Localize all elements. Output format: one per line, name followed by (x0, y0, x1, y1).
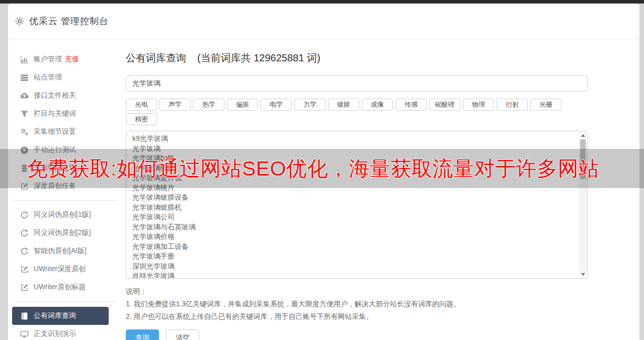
result-item[interactable]: 光学玻璃镀膜机 (132, 203, 587, 213)
sidebar-item-label: 栏目与关键词 (34, 109, 76, 118)
sidebar-item-label: 公有词库查询 (34, 311, 76, 320)
dictionary-count: (当前词库共 129625881 词) (197, 51, 320, 65)
app-header: 优采云 管理控制台 (8, 4, 639, 39)
cloud-upload-icon (20, 92, 29, 100)
result-item[interactable]: 光学玻璃镀膜设备 (132, 193, 587, 203)
sidebar-item-label: 同义词伪原创[1版] (34, 210, 91, 219)
sidebar-item-label: 采集细节设置 (34, 127, 76, 136)
suggested-tags: 光电声学热学偏振电学力学镀膜成像传感铌酸锂物理衍射光栅精密 (126, 99, 569, 125)
filter-tag-button[interactable]: 镀膜 (328, 99, 359, 111)
refresh-icon (20, 247, 29, 256)
sidebar-item-label: UWriter原创标题 (34, 283, 86, 292)
sidebar-item-label: 同义词伪原创[2版] (34, 228, 91, 237)
ad-overlay-banner[interactable]: 免费获取:如何通过网站SEO优化，海量获取流量对于许多网站 (0, 149, 644, 188)
sidebar-divider (12, 301, 118, 302)
filter-tag-button[interactable]: 光栅 (530, 99, 561, 111)
sidebar-item[interactable]: 接口文件相关 (12, 87, 109, 105)
scroll-up-button[interactable] (579, 132, 587, 139)
refresh-icon (20, 211, 29, 219)
result-item[interactable]: 肖特光学玻璃 (132, 271, 587, 279)
sidebar-divider (12, 200, 118, 201)
result-item[interactable]: 光学玻璃公司 (132, 212, 587, 222)
app-title: 优采云 管理控制台 (29, 15, 109, 27)
sidebar-item[interactable]: UWriter深度原创 (12, 260, 109, 278)
notes: 说明： 1. 我们免费提供1.3亿关键词库，并集成到采集系统，最大限度方便用户，… (126, 285, 588, 323)
arrow-up-icon (581, 134, 585, 137)
sidebar-item[interactable]: 智能伪原创[AI版] (12, 242, 109, 260)
funnel-icon (20, 110, 29, 118)
ad-overlay-text: 免费获取:如何通过网站SEO优化，海量获取流量对于许多网站 (0, 155, 599, 183)
filter-tag-button[interactable]: 成像 (362, 99, 393, 111)
filter-tag-button[interactable]: 衍射 (497, 99, 528, 111)
filter-tag-button[interactable]: 铌酸锂 (429, 99, 460, 111)
sidebar-item[interactable]: 账户管理 充值 (12, 50, 109, 68)
sidebar-item[interactable]: 采集细节设置 (12, 123, 109, 141)
scroll-down-button[interactable] (579, 271, 587, 278)
edit-icon (20, 283, 29, 292)
filter-tag-button[interactable]: 热学 (193, 99, 224, 111)
sidebar-item[interactable]: 同义词伪原创[2版] (12, 224, 109, 242)
sidebar-item[interactable]: 栏目与关键词 (12, 105, 109, 123)
result-item[interactable]: 光学玻璃手册 (132, 251, 587, 262)
sidebar-item[interactable]: 同义词伪原创[1版] (12, 206, 109, 224)
result-item[interactable]: 光学玻璃与石英玻璃 (132, 222, 587, 232)
sidebar-item-label: 站点管理 (34, 73, 62, 82)
bar-chart-icon (20, 55, 29, 64)
gears-icon (20, 128, 29, 136)
book-icon (20, 312, 29, 320)
filter-tag-button[interactable]: 光电 (126, 99, 157, 111)
notes-title: 说明： (126, 285, 588, 298)
clear-button[interactable]: 清空 (166, 329, 199, 340)
sidebar-item-label: 正文识别演示 (34, 329, 76, 338)
sidebar-item-label: 账户管理 (34, 55, 62, 64)
sidebar-item-label: 智能伪原创[AI版] (34, 246, 87, 256)
notes-line-2: 2. 用户也可以在系统上传自己已有的关键词库，用于自己账号下所有网站采集。 (126, 310, 588, 323)
sidebar-item-label: 接口文件相关 (34, 91, 76, 100)
filter-tag-button[interactable]: 偏振 (227, 99, 258, 111)
filter-tag-button[interactable]: 电学 (261, 99, 292, 111)
sidebar-item-label: UWriter深度原创 (34, 265, 86, 274)
filter-tag-button[interactable]: 物理 (463, 99, 494, 111)
keyword-search-input[interactable] (126, 75, 588, 92)
filter-tag-button[interactable]: 声学 (159, 99, 191, 111)
filter-tag-button[interactable]: 力学 (294, 99, 326, 111)
notes-line-1: 1. 我们免费提供1.3亿关键词库，并集成到采集系统，最大限度方便用户，解决大部… (126, 298, 588, 310)
result-item[interactable]: 深圳光学玻璃 (132, 262, 587, 272)
filter-tag-button[interactable]: 精密 (126, 113, 157, 125)
monitor-icon (20, 330, 29, 338)
screen: 优采云 管理控制台 账户管理 充值 站点管理 接口文件相关 (0, 0, 644, 340)
sidebar: 账户管理 充值 站点管理 接口文件相关 栏目与关键词 (8, 39, 126, 339)
sidebar-item[interactable]: 站点管理 (12, 68, 109, 87)
sidebar-item[interactable]: 正文识别演示 (12, 325, 109, 340)
recharge-link[interactable]: 充值 (65, 55, 79, 64)
gear-icon (15, 16, 25, 26)
sidebar-item[interactable]: 公有词库查询 (12, 307, 109, 325)
result-item[interactable]: 光学玻璃价格 (132, 232, 587, 242)
arrow-down-icon (581, 273, 585, 276)
result-item[interactable]: 光学玻璃加工设备 (132, 242, 587, 252)
top-bar (0, 0, 644, 4)
query-button[interactable]: 查询 (126, 329, 159, 340)
edit-icon (20, 265, 29, 274)
sidebar-item[interactable]: UWriter原创标题 (12, 278, 109, 296)
filter-tag-button[interactable]: 传感 (395, 99, 427, 111)
server-icon (20, 73, 29, 82)
page-title: 公有词库查询 (126, 51, 186, 65)
refresh-icon (20, 229, 29, 237)
main-content: 公有词库查询 (当前词库共 129625881 词) 光电声学热学偏振电学力学镀… (126, 39, 588, 339)
result-item[interactable]: k9光学玻璃 (132, 134, 587, 144)
